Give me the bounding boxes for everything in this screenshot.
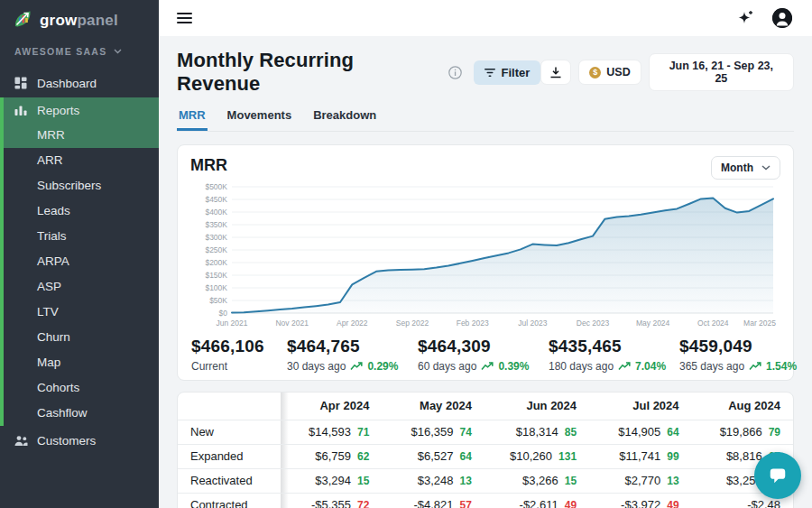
- currency-button[interactable]: $ USD: [578, 60, 641, 85]
- table-cell: $14,59371: [281, 420, 382, 444]
- filter-button[interactable]: Filter: [474, 60, 541, 85]
- sidebar-item-churn[interactable]: Churn: [0, 325, 159, 350]
- sidebar-item-arr[interactable]: ARR: [0, 148, 159, 173]
- stat-365-days-ago: $459,049365 days ago1.54%: [679, 337, 810, 373]
- column-header: Apr 2024: [281, 393, 382, 420]
- chevron-down-icon: [761, 165, 770, 171]
- svg-text:$300K: $300K: [205, 233, 227, 242]
- mrr-chart-card: MRR Month $0$50K$100K$150K$200K$250K$300…: [177, 144, 794, 381]
- date-range-label: Jun 16, 21 - Sep 23, 25: [662, 60, 780, 85]
- brand-logo[interactable]: growpanel: [0, 0, 159, 40]
- brand-name-light: panel: [77, 12, 117, 29]
- dashboard-icon: [14, 77, 28, 89]
- row-label: Contracted: [178, 493, 281, 508]
- table-cell: $3,26615: [484, 468, 589, 493]
- table-cell: $19,86679: [692, 420, 793, 444]
- sidebar-item-subscribers[interactable]: Subscribers: [0, 173, 159, 199]
- sidebar-item-label: Reports: [37, 104, 79, 117]
- sidebar-item-ltv[interactable]: LTV: [0, 300, 159, 325]
- main-area: Monthly Recurring Revenue Filter $ USD J…: [159, 0, 812, 508]
- svg-text:$350K: $350K: [205, 220, 227, 229]
- stat-60-days-ago: $464,30960 days ago0.39%: [418, 337, 549, 373]
- svg-text:Feb 2023: Feb 2023: [457, 319, 489, 328]
- tab-movements[interactable]: Movements: [226, 105, 294, 131]
- svg-text:$450K: $450K: [205, 195, 227, 204]
- table-cell: -$5,35572: [281, 493, 382, 508]
- row-label: New: [178, 420, 281, 444]
- table-cell: $3,24813: [382, 468, 484, 493]
- row-label: Reactivated: [178, 468, 281, 493]
- money-bag-icon: $: [589, 67, 601, 79]
- avatar[interactable]: [772, 8, 792, 28]
- stat-label: 365 days ago1.54%: [679, 360, 810, 373]
- stat-value: $435,465: [549, 337, 679, 356]
- tabs: MRR Movements Breakdown: [177, 105, 794, 132]
- reports-group: Reports MRRARRSubscribersLeadsTrialsARPA…: [0, 97, 159, 426]
- svg-text:Jun 2021: Jun 2021: [217, 319, 248, 328]
- table-cell: -$4,82157: [382, 493, 484, 508]
- info-icon[interactable]: [448, 66, 462, 79]
- stat-value: $466,106: [191, 337, 287, 356]
- mrr-line-chart[interactable]: $0$50K$100K$150K$200K$250K$300K$350K$400…: [190, 180, 779, 331]
- svg-text:$250K: $250K: [205, 245, 227, 254]
- page-header: Monthly Recurring Revenue Filter $ USD J…: [177, 49, 794, 96]
- growpanel-logo-icon: [13, 9, 32, 32]
- trend-up-icon: [481, 362, 494, 371]
- svg-text:Dec 2023: Dec 2023: [577, 319, 610, 328]
- stat-value: $464,765: [287, 337, 418, 356]
- svg-text:Nov 2021: Nov 2021: [275, 319, 309, 328]
- chevron-down-icon: [114, 49, 122, 54]
- stat-label: 180 days ago7.04%: [549, 360, 679, 373]
- download-icon: [549, 66, 562, 79]
- stat-label: 30 days ago0.29%: [287, 360, 418, 373]
- sidebar-item-dashboard[interactable]: Dashboard: [0, 70, 159, 96]
- trend-up-icon: [618, 362, 631, 371]
- stats-row: $466,106Current$464,76530 days ago0.29%$…: [190, 337, 780, 373]
- download-button[interactable]: [540, 60, 571, 85]
- sidebar-item-trials[interactable]: Trials: [0, 224, 159, 249]
- sidebar-item-customers[interactable]: Customers: [0, 428, 159, 453]
- brand-name: growpanel: [40, 12, 118, 30]
- svg-text:$50K: $50K: [209, 296, 227, 305]
- stat-change: 7.04%: [635, 360, 666, 373]
- currency-label: USD: [606, 66, 630, 79]
- stat-change: 1.54%: [766, 360, 797, 373]
- stat-change: 0.29%: [367, 360, 398, 373]
- sidebar-item-cohorts[interactable]: Cohorts: [0, 375, 159, 401]
- sidebar-item-arpa[interactable]: ARPA: [0, 249, 159, 274]
- sidebar-item-asp[interactable]: ASP: [0, 274, 159, 300]
- date-range-button[interactable]: Jun 16, 21 - Sep 23, 25: [649, 53, 794, 91]
- stat-current: $466,106Current: [191, 337, 287, 373]
- menu-icon[interactable]: [177, 13, 192, 23]
- svg-text:$100K: $100K: [205, 283, 227, 292]
- workspace-switcher[interactable]: AWESOME SAAS: [0, 40, 159, 63]
- workspace-name: AWESOME SAAS: [14, 46, 107, 57]
- sparkle-ai-icon[interactable]: [736, 10, 754, 27]
- tab-breakdown[interactable]: Breakdown: [311, 105, 378, 131]
- top-bar: [159, 0, 812, 36]
- table-cell: $14,90564: [589, 420, 692, 444]
- sidebar-item-leads[interactable]: Leads: [0, 199, 159, 224]
- page-title: Monthly Recurring Revenue: [177, 49, 440, 96]
- chart-title: MRR: [190, 156, 227, 175]
- svg-text:$0: $0: [219, 309, 228, 318]
- movements-table-card: Apr 2024May 2024Jun 2024Jul 2024Aug 2024…: [177, 392, 794, 508]
- svg-text:$400K: $400K: [205, 208, 227, 217]
- table-cell: $16,35974: [382, 420, 484, 444]
- sidebar-item-reports[interactable]: Reports: [0, 97, 159, 123]
- svg-text:$200K: $200K: [205, 258, 227, 267]
- chat-launcher[interactable]: [754, 452, 801, 499]
- row-label: Expanded: [178, 444, 281, 468]
- table-cell: -$3,97249: [589, 493, 692, 508]
- customers-people-icon: [14, 435, 28, 447]
- table-row-new: New$14,59371$16,35974$18,31485$14,90564$…: [178, 420, 793, 444]
- interval-select[interactable]: Month: [711, 156, 780, 180]
- sidebar-item-mrr[interactable]: MRR: [0, 123, 159, 148]
- sidebar-item-cashflow[interactable]: Cashflow: [0, 401, 159, 426]
- column-header: Jul 2024: [589, 393, 692, 420]
- sidebar: growpanel AWESOME SAAS Dashboard: [0, 0, 159, 508]
- tab-mrr[interactable]: MRR: [177, 105, 208, 131]
- table-cell: $6,52764: [382, 444, 484, 468]
- svg-text:Jul 2023: Jul 2023: [518, 319, 547, 328]
- sidebar-item-map[interactable]: Map: [0, 350, 159, 375]
